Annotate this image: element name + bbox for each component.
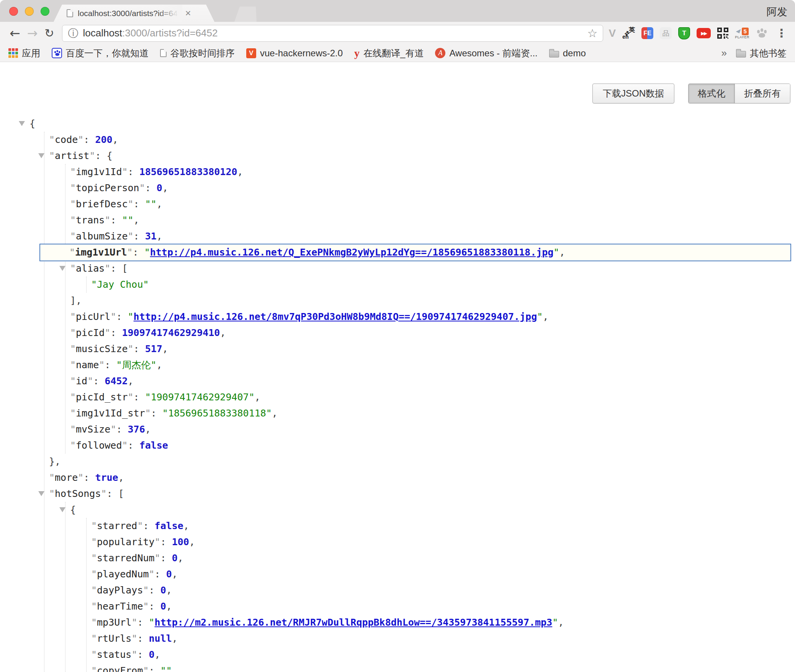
apps-grid-icon [8,48,18,58]
html5-player-icon[interactable]: 5 PLAYER [735,28,749,39]
json-close-row: }, [49,454,790,470]
orgchart-icon[interactable]: 品 [660,27,672,39]
bookmark-label: 谷歌按时间排序 [170,47,235,59]
html5-player-glyph: 5 [736,28,749,35]
json-row-albumSize: "albumSize": 31, [70,228,790,244]
bookmark-star-icon[interactable]: ☆ [587,26,598,40]
collapse-arrow-icon[interactable] [59,507,65,512]
bookmarks-right: » 其他书签 [721,47,787,59]
bookmark-google-sort[interactable]: 谷歌按时间排序 [160,47,235,59]
browser-tab[interactable]: localhost:3000/artists?id=645 × [54,5,214,22]
bookmark-apps[interactable]: 应用 [8,47,40,59]
apps-grid-dot [15,48,18,51]
apps-grid-dot [15,55,18,58]
paw-extension-icon[interactable] [756,27,768,39]
back-button-icon[interactable]: ← [10,27,20,39]
bookmark-baidu[interactable]: 百度一下，你就知道 [52,47,149,59]
apps-grid-dot [12,55,15,58]
json-row-name: "name": "周杰伦", [70,357,790,373]
json-block: "Jay Chou" [86,277,790,293]
json-row-trans: "trans": "", [70,212,790,228]
page-content: 下载JSON数据 格式化 折叠所有 {"code": 200,"artist":… [0,62,795,672]
fe-extension-icon[interactable]: FE [641,27,653,39]
close-window-button[interactable] [9,7,18,16]
browser-menu-icon[interactable]: ⋮ [774,26,789,40]
json-row-briefDesc: "briefDesc": "", [70,196,790,212]
baidu-paw-icon [52,48,62,58]
json-row-picUrl: "picUrl": "http://p4.music.126.net/8mv7q… [70,309,790,325]
translate-zh-glyph: 英 [629,26,635,34]
bookmark-label: vue-hackernews-2.0 [260,48,343,59]
json-row-hearTime: "hearTime": 0, [91,598,790,615]
json-row-more: "more": true, [49,470,790,486]
bookmark-awesomes[interactable]: A Awesomes - 前端资... [435,47,537,59]
json-row-img1v1Id_str: "img1v1Id_str": "18569651883380118", [70,405,790,421]
json-link[interactable]: http://p4.music.126.net/Q_ExePNkmgB2yWyL… [150,247,554,258]
json-tree: {"code": 200,"artist": {"img1v1Id": 1856… [0,62,795,672]
json-block: "img1v1Id": 18569651883380120,"topicPers… [65,164,790,454]
other-bookmarks[interactable]: 其他书签 [736,47,787,59]
profile-name[interactable]: 阿发 [767,5,787,19]
window-controls [9,7,49,16]
page-doc-icon [160,49,167,57]
page-info-icon[interactable]: ⓘ [68,26,78,40]
page-icon [67,9,73,17]
new-tab-button[interactable] [234,7,257,22]
json-row-musicSize: "musicSize": 517, [70,341,790,357]
json-row-starredNum: "starredNum": 0, [91,550,790,566]
collapse-arrow-icon[interactable] [38,491,44,496]
browser-window: localhost:3000/artists?id=645 × 阿发 ← → ↻… [0,0,795,672]
bookmark-vue-hackernews[interactable]: V vue-hackernews-2.0 [246,48,343,59]
url-origin: localhost [83,27,122,39]
bookmark-label: 在线翻译_有道 [363,47,424,59]
json-row-playedNum: "playedNum": 0, [91,566,790,582]
tab-close-icon[interactable]: × [185,5,191,22]
extension-icons: V 英en FE 品 T ▶▶ 5 PLAYER ⋮ [609,26,789,40]
awesomes-icon: A [435,48,445,58]
json-row-mp3Url: "mp3Url": "http://m2.music.126.net/RMJR7… [91,615,790,631]
json-row: "Jay Chou" [91,277,790,293]
fullscreen-window-button[interactable] [41,7,49,16]
collapse-arrow-icon[interactable] [59,266,65,271]
bookmark-label: 应用 [22,47,40,59]
json-link[interactable]: http://p4.music.126.net/8mv7qP30Pd3oHW8b… [134,311,537,322]
tab-title: localhost:3000/artists?id=645 [78,5,182,22]
json-row-followed: "followed": false [70,438,790,454]
collapse-arrow-icon[interactable] [19,121,25,126]
bookmarks-bar: 应用 百度一下，你就知道 谷歌按时间排序 V vue-hackernews-2.… [0,44,795,62]
overflow-chevron-icon[interactable]: » [721,47,727,59]
reload-button-icon[interactable]: ↻ [44,28,54,39]
address-bar[interactable]: ⓘ localhost :3000/artists?id=6452 ☆ [62,25,603,42]
apps-grid-dot [8,48,11,51]
json-block: "starred": false,"popularity": 100,"star… [86,518,790,672]
json-row-picId: "picId": 19097417462929410, [70,325,790,341]
folder-icon [736,51,746,57]
bookmark-label: 百度一下，你就知道 [66,47,149,59]
json-row-img1v1Url: "img1v1Url": "http://p4.music.126.net/Q_… [40,244,790,261]
forward-button-icon[interactable]: → [27,27,38,39]
plane-glyph [736,29,741,33]
fast-forward-icon[interactable]: ▶▶ [697,28,711,38]
json-row: { [70,502,790,518]
bookmark-youdao[interactable]: y 在线翻译_有道 [354,47,424,59]
tampermonkey-icon[interactable]: T [678,27,690,39]
vue-hackernews-icon: V [246,48,256,58]
apps-grid-dot [8,52,11,54]
json-row-img1v1Id: "img1v1Id": 18569651883380120, [70,164,790,180]
json-row-code: "code": 200, [49,132,790,148]
minimize-window-button[interactable] [25,7,34,16]
translate-en-glyph: en [622,34,628,40]
collapse-arrow-icon[interactable] [38,153,44,158]
json-link[interactable]: http://m2.music.126.net/RMJR7wDullRqppBk… [155,617,553,628]
toolbar: ← → ↻ ⓘ localhost :3000/artists?id=6452 … [0,22,795,44]
qr-code-icon[interactable] [717,28,728,39]
json-row-artist: "artist": { [49,148,790,164]
json-row-mvSize: "mvSize": 376, [70,421,790,438]
json-row-starred: "starred": false, [91,518,790,534]
bookmark-demo-folder[interactable]: demo [549,48,586,59]
apps-grid-dot [12,52,15,54]
vue-devtools-icon[interactable]: V [609,27,616,39]
json-row-id: "id": 6452, [70,373,790,389]
apps-grid-dot [12,48,15,51]
translate-icon[interactable]: 英en [622,27,635,40]
